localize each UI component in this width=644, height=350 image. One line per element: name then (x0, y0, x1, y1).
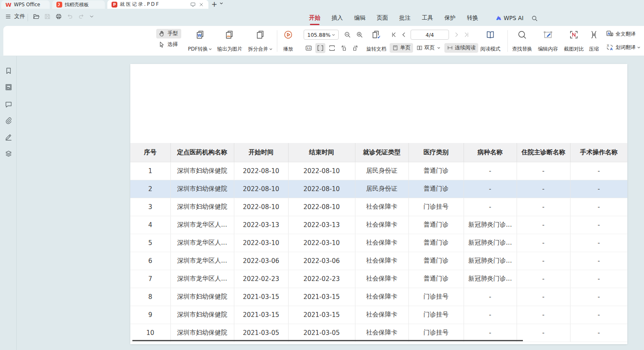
edit-content-icon (543, 30, 553, 40)
menu-edit[interactable]: 编辑 (354, 12, 365, 26)
page-layout-modes: 单页 双页 连续阅读 (390, 43, 478, 53)
menu-tools[interactable]: 工具 (422, 12, 433, 26)
tab-label: 就医记录.PDF (120, 1, 160, 8)
svg-text:1:1: 1:1 (307, 47, 311, 49)
table-row: 4深圳市龙华区人...2022-03-132022-03-13社会保障卡普通门诊… (130, 216, 627, 234)
table-cell: 深圳市妇幼保健院 (170, 198, 234, 216)
menu-items: 开始 插入 编辑 页面 批注 工具 保护 转换 WPS AI (309, 12, 538, 26)
pdf-convert-button[interactable]: W PDF转换 (186, 29, 214, 53)
table-cell: 2022-08-10 (288, 180, 355, 198)
menu-insert[interactable]: 插入 (332, 12, 343, 26)
menu-comment[interactable]: 批注 (399, 12, 411, 26)
single-page-button[interactable]: 单页 (390, 43, 413, 53)
pdf-convert-icon: W (195, 30, 205, 40)
previous-page-icon[interactable] (400, 31, 408, 39)
first-page-icon[interactable] (390, 31, 398, 39)
svg-text:A: A (608, 32, 610, 36)
fit-width-button[interactable] (315, 43, 325, 53)
rotate-right-button[interactable] (350, 43, 360, 53)
last-page-icon[interactable] (462, 31, 471, 39)
table-cell: 居民身份证 (355, 162, 408, 180)
select-tool-button[interactable]: 选择 (156, 40, 181, 49)
tab-document-pdf[interactable]: P 就医记录.PDF (107, 0, 208, 9)
hand-tool-button[interactable]: 手型 (156, 29, 181, 38)
save-icon[interactable] (44, 13, 51, 20)
play-icon (283, 30, 293, 40)
table-cell: 门诊挂号 (408, 288, 464, 306)
monitor-icon[interactable] (190, 2, 196, 8)
table-cell: - (517, 288, 570, 306)
table-row: 10深圳市妇幼保健院2021-03-052021-03-05社会保障卡门诊挂号-… (130, 324, 627, 342)
menu-home[interactable]: 开始 (309, 12, 320, 26)
menu-page[interactable]: 页面 (377, 12, 388, 26)
signature-pen-icon[interactable] (5, 133, 13, 141)
zoom-out-button[interactable] (342, 30, 352, 40)
attachment-icon[interactable] (5, 117, 13, 125)
actual-size-button[interactable]: 1:1 (304, 43, 314, 53)
screenshot-compare-label: 截图对比 (564, 46, 584, 53)
undo-icon[interactable] (66, 13, 74, 20)
redo-icon[interactable] (78, 13, 85, 20)
layers-icon[interactable] (5, 150, 13, 158)
more-commands-chevron-icon[interactable] (89, 14, 94, 19)
table-cell: 6 (130, 252, 170, 270)
table-cell: 2022-08-10 (288, 162, 355, 180)
table-cell: - (464, 324, 517, 342)
bookmark-icon[interactable] (5, 67, 13, 75)
tab-docer-templates[interactable]: 找稻壳模板 (52, 0, 105, 9)
table-cell: 深圳市妇幼保健院 (170, 162, 234, 180)
close-tab-icon[interactable] (198, 2, 204, 8)
table-cell: - (464, 306, 517, 324)
hand-select-group: 手型 选择 (156, 29, 181, 49)
compress-button[interactable]: 压缩 (587, 29, 601, 53)
zoom-level-select[interactable]: 105.88% (304, 30, 339, 40)
table-cell: - (517, 252, 570, 270)
export-image-button[interactable]: 输出为图片 (216, 29, 244, 53)
double-page-button[interactable]: 双页 (414, 43, 444, 53)
tab-label: 找稻壳模板 (65, 2, 89, 8)
chevron-down-icon (208, 47, 213, 51)
thumbnail-icon[interactable] (5, 83, 13, 91)
file-menu-button[interactable]: 文件 (5, 13, 25, 20)
table-header-cell: 结束时间 (288, 143, 355, 162)
table-cell: 新冠肺炎门诊... (464, 252, 517, 270)
wps-ai-button[interactable]: WPS AI (495, 15, 524, 23)
word-translate-button[interactable]: 文A 划词翻译 (606, 43, 641, 51)
menu-protect[interactable]: 保护 (444, 12, 456, 26)
divider (28, 14, 28, 21)
next-page-icon[interactable] (452, 31, 461, 39)
single-page-label: 单页 (400, 44, 411, 51)
full-translate-button[interactable]: A 全文翻译 (606, 30, 636, 38)
table-cell: 3 (130, 198, 170, 216)
zoom-in-button[interactable] (355, 30, 365, 40)
svg-text:文: 文 (607, 44, 610, 47)
table-header-cell: 住院主诊断名称 (517, 143, 570, 162)
pdf-page[interactable]: 序号定点医药机构名称开始时间结束时间就诊凭证类型医疗类别病种名称住院主诊断名称手… (130, 64, 627, 344)
table-cell: 2021-03-05 (234, 324, 288, 342)
menu-convert[interactable]: 转换 (467, 12, 478, 26)
tab-wps-office[interactable]: W WPS Office (1, 0, 50, 9)
table-row: 6深圳市龙华区人...2022-03-062022-03-06社会保障卡普通门诊… (130, 252, 627, 270)
table-header-cell: 病种名称 (464, 143, 517, 162)
new-tab-button[interactable]: + (210, 0, 219, 9)
play-button[interactable]: 播放 (281, 29, 295, 53)
comment-icon[interactable] (5, 100, 13, 108)
rotate-document-button[interactable]: 旋转文档 (365, 29, 388, 53)
table-cell: 深圳市龙华区人... (170, 270, 234, 288)
page-indicator-input[interactable]: 4/4 (411, 30, 449, 40)
read-mode-button[interactable]: 阅读模式 (479, 29, 502, 53)
continuous-read-button[interactable]: 连续阅读 (444, 43, 478, 53)
open-folder-icon[interactable] (33, 13, 40, 20)
edit-content-button[interactable]: 编辑内容 (536, 29, 560, 53)
tab-list-chevron-icon[interactable] (219, 1, 224, 6)
table-cell: - (570, 252, 627, 270)
table-cell: 深圳市龙华区人... (170, 234, 234, 252)
screenshot-compare-button[interactable]: 截图对比 (562, 29, 586, 53)
rotate-left-button[interactable] (339, 43, 349, 53)
search-icon[interactable] (531, 15, 538, 22)
print-icon[interactable] (55, 13, 62, 20)
split-merge-button[interactable]: 拆分合并 (246, 29, 275, 53)
find-replace-button[interactable]: 查找替换 (510, 29, 534, 53)
view-scale-buttons: 1:1 (304, 43, 360, 53)
fit-page-button[interactable] (327, 43, 337, 53)
